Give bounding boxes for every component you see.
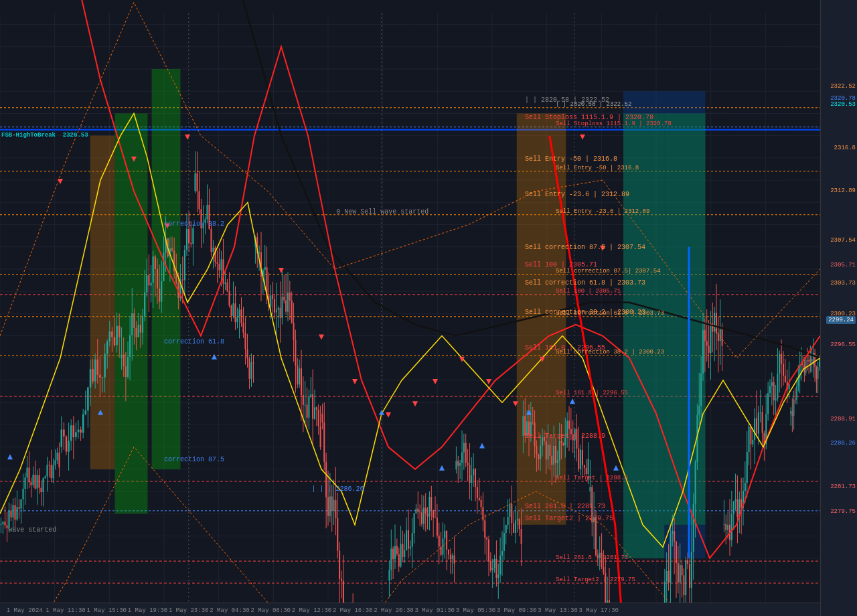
price-label: 2279.75: [830, 508, 856, 515]
time-label: 3 May 17:30: [579, 607, 619, 614]
price-label: 2303.73: [830, 280, 856, 287]
chart-canvas: [0, 0, 857, 616]
time-label: 1 May 15:30: [87, 607, 127, 614]
time-axis: 1 May 20241 May 11:301 May 15:301 May 19…: [0, 603, 820, 616]
price-label: 2307.54: [830, 237, 856, 244]
price-label: 2320.53: [830, 101, 856, 108]
time-label: 1 May 11:30: [46, 607, 85, 614]
time-label: 3 May 05:30: [456, 607, 495, 614]
time-label: 1 May 19:30: [128, 607, 167, 614]
time-label: 3 May 01:30: [415, 607, 455, 614]
price-label: 2288.91: [830, 416, 856, 422]
time-label: 3 May 09:30: [497, 607, 536, 614]
time-label: 3 May 13:30: [538, 607, 577, 614]
time-label: 2 May 20:30: [374, 607, 413, 614]
price-label: 2316.8: [834, 145, 856, 151]
time-label: 2 May 16:30: [333, 607, 372, 614]
time-label: 1 May 2024: [7, 607, 43, 614]
time-label: 2 May 12:30: [292, 607, 331, 614]
price-label: 2281.73: [830, 483, 856, 490]
time-label: 2 May 04:30: [210, 607, 249, 614]
price-label: 2286.26: [830, 440, 856, 447]
price-scale: 2322.522320.782320.532316.82312.892307.5…: [820, 0, 857, 616]
chart-container: 2322.522320.782320.532316.82312.892307.5…: [0, 0, 857, 616]
price-label: 2322.52: [830, 83, 856, 90]
price-label: 2299.24: [826, 317, 856, 323]
price-label: 2296.55: [830, 341, 856, 348]
time-label: 2 May 08:30: [251, 607, 291, 614]
price-label: 2312.89: [830, 187, 856, 194]
price-label: 2305.71: [830, 262, 856, 268]
time-label: 1 May 23:30: [169, 607, 208, 614]
